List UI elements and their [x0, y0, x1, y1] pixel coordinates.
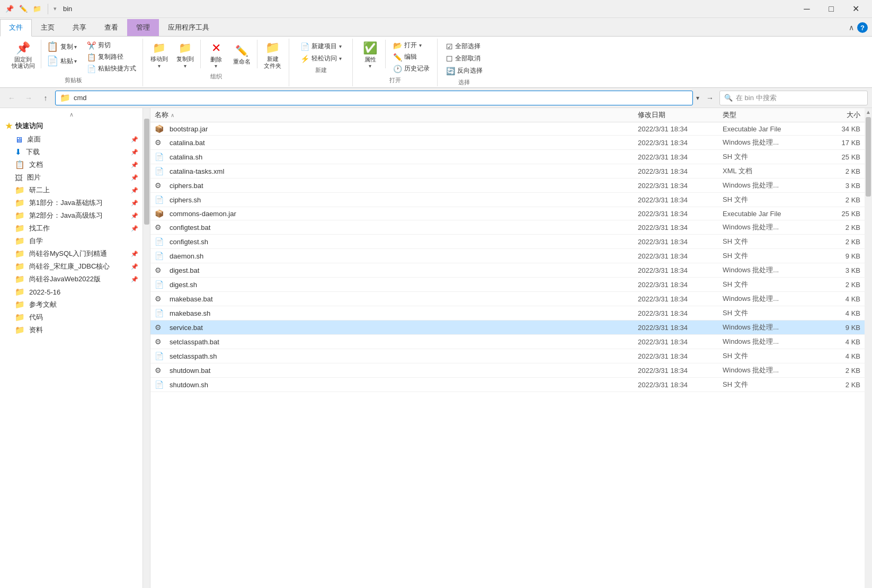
file-row-12[interactable]: ⚙ makebase.bat 2022/3/31 18:34 Windows 批…	[150, 292, 865, 306]
tab-home[interactable]: 主页	[32, 19, 64, 36]
invert-selection-button[interactable]: 🔄 反向选择	[444, 65, 485, 76]
easy-access-button[interactable]: ⚡ 轻松访问 ▾	[298, 53, 344, 64]
sidebar-item-9[interactable]: 📁尚硅谷MySQL入门到精通📌	[0, 247, 143, 260]
up-button[interactable]: ↑	[38, 91, 53, 105]
copy-button[interactable]: 📋 复制 ▾	[45, 40, 82, 54]
tab-share[interactable]: 共享	[64, 19, 95, 36]
new-folder-button[interactable]: 📁 新建 文件夹	[261, 40, 284, 70]
file-row-3[interactable]: 📄 catalina-tasks.xml 2022/3/31 18:34 XML…	[150, 164, 865, 179]
file-row-18[interactable]: 📄 shutdown.sh 2022/3/31 18:34 SH 文件 2 KB	[150, 378, 865, 392]
address-input[interactable]: 📁 cmd	[55, 91, 693, 105]
maximize-button[interactable]: □	[819, 0, 843, 18]
new-item-button[interactable]: 📄 新建项目 ▾	[298, 41, 344, 52]
tab-manage[interactable]: 管理	[127, 19, 159, 36]
paste-shortcut-button[interactable]: 📄 粘贴快捷方式	[85, 63, 138, 74]
properties-button[interactable]: ✅ 属性 ▾	[358, 40, 382, 70]
file-icon-18: 📄	[155, 380, 165, 389]
go-button[interactable]: →	[702, 91, 717, 105]
sidebar-scroll-thumb[interactable]	[144, 119, 149, 225]
back-button[interactable]: ←	[4, 91, 19, 105]
file-row-0[interactable]: 📦 bootstrap.jar 2022/3/31 18:34 Executab…	[150, 122, 865, 136]
edit-file-button[interactable]: ✏️ 编辑	[391, 51, 432, 63]
file-row-8[interactable]: 📄 configtest.sh 2022/3/31 18:34 SH 文件 2 …	[150, 235, 865, 249]
sidebar-items: 🖥桌面📌⬇下载📌📋文档📌🖼图片📌📁研二上📌📁第1部分：Java基础练习📌📁第2部…	[0, 133, 143, 336]
ribbon-group-clipboard: 📌 固定到 快速访问 📋 复制 ▾ 📄 粘贴 ▾ ✂️	[4, 39, 143, 86]
pin-icon[interactable]: 📌	[4, 4, 15, 14]
deselect-all-button[interactable]: ☐ 全部取消	[444, 53, 483, 64]
file-row-1[interactable]: ⚙ catalina.bat 2022/3/31 18:34 Windows 批…	[150, 136, 865, 150]
file-size-3: 2 KB	[818, 167, 860, 175]
file-size-16: 4 KB	[818, 352, 860, 360]
file-row-7[interactable]: ⚙ configtest.bat 2022/3/31 18:34 Windows…	[150, 220, 865, 235]
file-row-4[interactable]: ⚙ ciphers.bat 2022/3/31 18:34 Windows 批处…	[150, 179, 865, 193]
help-icon[interactable]: ?	[857, 22, 868, 33]
file-row-11[interactable]: 📄 digest.sh 2022/3/31 18:34 SH 文件 2 KB	[150, 278, 865, 292]
sidebar-item-13[interactable]: 📁参考文献	[0, 298, 143, 311]
sidebar-item-4[interactable]: 📁研二上📌	[0, 184, 143, 197]
file-row-17[interactable]: ⚙ shutdown.bat 2022/3/31 18:34 Windows 批…	[150, 363, 865, 378]
sidebar-item-15[interactable]: 📁资料	[0, 324, 143, 336]
paste-button[interactable]: 📄 粘贴 ▾	[45, 54, 82, 68]
sidebar-item-8[interactable]: 📁自学	[0, 235, 143, 247]
file-row-2[interactable]: 📄 catalina.sh 2022/3/31 18:34 SH 文件 25 K…	[150, 150, 865, 164]
file-row-14[interactable]: ⚙ service.bat 2022/3/31 18:34 Windows 批处…	[150, 320, 865, 335]
history-button[interactable]: 🕐 历史记录	[391, 63, 432, 74]
col-name-header[interactable]: 名称 ∧	[155, 110, 638, 120]
sidebar-item-5[interactable]: 📁第1部分：Java基础练习📌	[0, 197, 143, 209]
copy-path-button[interactable]: 📋 复制路径	[85, 51, 126, 63]
sidebar-item-7[interactable]: 📁找工作📌	[0, 222, 143, 235]
tab-view[interactable]: 查看	[95, 19, 127, 36]
quick-access-section[interactable]: ★ 快速访问	[0, 119, 143, 133]
file-type-10: Windows 批处理...	[723, 265, 818, 275]
delete-button[interactable]: ✕ 删除 ▾	[204, 40, 228, 70]
file-name-11: digest.sh	[170, 281, 638, 289]
sidebar-item-11[interactable]: 📁尚硅谷JavaWeb2022版📌	[0, 273, 143, 286]
sidebar-item-1[interactable]: ⬇下载📌	[0, 146, 143, 158]
folder-icon[interactable]: 📁	[32, 4, 42, 14]
file-row-13[interactable]: 📄 makebase.sh 2022/3/31 18:34 SH 文件 4 KB	[150, 306, 865, 320]
file-name-8: configtest.sh	[170, 238, 638, 246]
sidebar-item-14[interactable]: 📁代码	[0, 311, 143, 324]
minimize-button[interactable]: ─	[795, 0, 819, 18]
col-date-header[interactable]: 修改日期	[638, 110, 723, 120]
search-box[interactable]: 🔍 在 bin 中搜索	[719, 91, 868, 105]
pin-quick-access-button[interactable]: 📌 固定到 快速访问	[8, 40, 38, 70]
file-row-10[interactable]: ⚙ digest.bat 2022/3/31 18:34 Windows 批处理…	[150, 263, 865, 278]
address-dropdown[interactable]: ▾	[695, 94, 700, 102]
edit-icon[interactable]: ✏️	[18, 4, 29, 14]
file-row-9[interactable]: 📄 daemon.sh 2022/3/31 18:34 SH 文件 9 KB	[150, 249, 865, 263]
sidebar-item-10[interactable]: 📁尚硅谷_宋红康_JDBC核心📌	[0, 260, 143, 273]
close-button[interactable]: ✕	[843, 0, 868, 18]
tab-app-tools[interactable]: 应用程序工具	[159, 19, 218, 36]
chevron-up-icon[interactable]: ∧	[849, 23, 854, 32]
sidebar-item-2[interactable]: 📋文档📌	[0, 158, 143, 171]
sidebar-item-12[interactable]: 📁2022-5-16	[0, 286, 143, 298]
sidebar-item-6[interactable]: 📁第2部分：Java高级练习📌	[0, 209, 143, 222]
select-all-button[interactable]: ☑ 全部选择	[444, 41, 483, 52]
scroll-top-button[interactable]: ▲	[865, 108, 872, 116]
file-row-5[interactable]: 📄 ciphers.sh 2022/3/31 18:34 SH 文件 2 KB	[150, 193, 865, 207]
rename-button[interactable]: ✏️ 重命名	[230, 40, 254, 70]
move-to-button[interactable]: 📁 移动到 ▾	[147, 40, 171, 70]
file-row-15[interactable]: ⚙ setclasspath.bat 2022/3/31 18:34 Windo…	[150, 335, 865, 349]
tab-file[interactable]: 文件	[0, 19, 32, 37]
col-size-header[interactable]: 大小	[818, 110, 860, 120]
file-list-scrollbar[interactable]: ▲ ▼	[865, 108, 872, 588]
file-date-7: 2022/3/31 18:34	[638, 224, 723, 231]
copy-to-button[interactable]: 📁 复制到 ▾	[173, 40, 197, 70]
cut-button[interactable]: ✂️ 剪切	[85, 40, 113, 51]
file-date-15: 2022/3/31 18:34	[638, 338, 723, 346]
sidebar-scrollbar[interactable]	[143, 108, 150, 588]
file-type-3: XML 文档	[723, 166, 818, 176]
clipboard-group-label: 剪贴板	[65, 76, 82, 84]
sidebar-item-3[interactable]: 🖼图片📌	[0, 171, 143, 184]
col-type-header[interactable]: 类型	[723, 110, 818, 120]
open-button[interactable]: 📂 打开 ▾	[391, 40, 432, 51]
file-date-3: 2022/3/31 18:34	[638, 167, 723, 175]
sidebar-item-0[interactable]: 🖥桌面📌	[0, 133, 143, 146]
file-row-16[interactable]: 📄 setclasspath.sh 2022/3/31 18:34 SH 文件 …	[150, 349, 865, 363]
file-scroll-thumb[interactable]	[866, 117, 871, 197]
star-icon: ★	[5, 121, 12, 131]
file-row-6[interactable]: 📦 commons-daemon.jar 2022/3/31 18:34 Exe…	[150, 207, 865, 220]
forward-button[interactable]: →	[21, 91, 36, 105]
